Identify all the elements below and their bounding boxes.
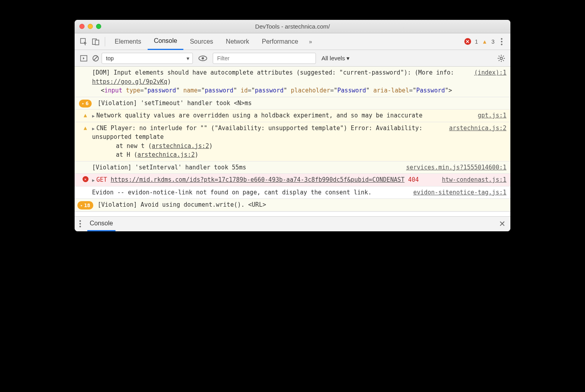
titlebar: DevTools - arstechnica.com/ [75, 20, 510, 33]
tab-sources[interactable]: Sources [183, 33, 219, 50]
source-link[interactable]: (index):1 [474, 68, 506, 76]
main-tabbar: Elements Console Sources Network Perform… [75, 33, 510, 50]
expand-icon[interactable]: ▶ [92, 126, 95, 131]
filter-input[interactable] [213, 53, 316, 64]
divider [105, 37, 105, 46]
expand-icon[interactable]: ▶ [92, 178, 95, 183]
error-icon: ✕ [83, 176, 89, 182]
source-link[interactable]: arstechnica.js:2 [152, 142, 209, 150]
warning-count: 3 [491, 38, 495, 45]
warning-icon: ▲ [84, 125, 87, 159]
toggle-sidebar-icon[interactable] [78, 52, 90, 64]
svg-line-14 [503, 60, 504, 61]
more-tabs-icon[interactable]: » [304, 36, 316, 48]
info-link[interactable]: https://goo.gl/9p2vKq [92, 78, 167, 85]
log-row: ▲ ▶Network quality values are overridden… [75, 110, 510, 122]
window-title: DevTools - arstechnica.com/ [75, 23, 510, 30]
close-window-icon[interactable] [79, 24, 85, 29]
log-levels-select[interactable]: All levels ▾ [321, 55, 350, 62]
svg-rect-2 [95, 40, 99, 45]
drawer: Console ✕ [75, 216, 510, 231]
log-row: ✕ ▶GET https://mid.rkdms.com/ids?ptk=17c… [75, 174, 510, 186]
source-link[interactable]: evidon-sitenotice-tag.js:1 [413, 188, 506, 196]
close-drawer-icon[interactable]: ✕ [499, 219, 506, 229]
issue-counts[interactable]: ✕1 ▲3 [464, 38, 495, 45]
tab-network[interactable]: Network [219, 33, 256, 50]
svg-point-8 [500, 57, 502, 60]
warning-icon: ▲ [84, 112, 87, 120]
settings-menu-icon[interactable] [501, 38, 502, 45]
console-settings-icon[interactable] [495, 52, 507, 64]
source-link[interactable]: htw-condenast.js:1 [442, 175, 506, 183]
svg-line-13 [499, 56, 500, 56]
source-link[interactable]: arstechnica.js:2 [449, 124, 507, 132]
repeat-badge[interactable]: 6 [79, 100, 92, 108]
console-toolbar: top All levels ▾ [75, 50, 510, 67]
log-row: Evidon -- evidon-notice-link not found o… [75, 186, 510, 199]
log-row: 6 [Violation] 'setTimeout' handler took … [75, 97, 510, 110]
source-link[interactable]: arstechnica.js:2 [137, 151, 195, 158]
drawer-menu-icon[interactable] [79, 220, 81, 227]
inspect-element-icon[interactable] [78, 36, 90, 48]
request-url-link[interactable]: https://mid.rkdms.com/ids?ptk=17c1789b-e… [111, 176, 405, 183]
source-link[interactable]: services.min.js?1555014600:1 [406, 163, 506, 171]
log-row: 18 [Violation] Avoid using document.writ… [75, 199, 510, 211]
minimize-window-icon[interactable] [88, 24, 93, 29]
warning-count-icon: ▲ [482, 38, 487, 45]
console-log: [DOM] Input elements should have autocom… [75, 67, 510, 216]
traffic-lights [79, 24, 101, 29]
svg-point-7 [202, 57, 204, 60]
error-count: 1 [475, 38, 478, 45]
clear-console-icon[interactable] [90, 52, 102, 64]
device-toolbar-icon[interactable] [90, 36, 102, 48]
devtools-window: DevTools - arstechnica.com/ Elements Con… [75, 20, 510, 231]
svg-line-5 [94, 56, 98, 60]
svg-line-16 [503, 56, 504, 56]
drawer-tab-console[interactable]: Console [87, 216, 115, 231]
tab-performance[interactable]: Performance [256, 33, 305, 50]
live-expression-icon[interactable] [197, 52, 209, 64]
tab-console[interactable]: Console [148, 33, 184, 50]
context-select[interactable]: top [102, 53, 193, 64]
expand-icon[interactable]: ▶ [92, 113, 95, 119]
repeat-badge[interactable]: 18 [77, 201, 94, 209]
svg-line-15 [499, 60, 500, 61]
error-count-icon: ✕ [464, 38, 471, 45]
log-row: [Violation] 'setInterval' handler took 5… [75, 161, 510, 174]
source-link[interactable]: gpt.js:1 [478, 111, 506, 119]
zoom-window-icon[interactable] [96, 24, 101, 29]
tab-elements[interactable]: Elements [108, 33, 148, 50]
log-row: ▲ ▶CNE Player: no interlude for "" ("Ava… [75, 122, 510, 161]
log-row: [DOM] Input elements should have autocom… [75, 67, 510, 97]
